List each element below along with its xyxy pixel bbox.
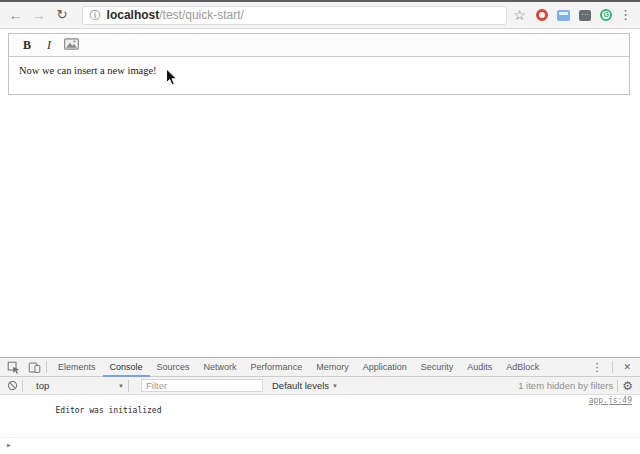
divider: [612, 361, 613, 373]
mouse-cursor: [165, 68, 178, 87]
browser-window: ← → ↻ ⓘ localhost/test/quick-start/ ☆ ··…: [0, 0, 640, 454]
image-icon: [64, 38, 79, 53]
tab-elements[interactable]: Elements: [51, 358, 103, 377]
divider: [22, 380, 23, 392]
divider: [617, 380, 618, 392]
devtools-close-icon[interactable]: ✕: [617, 362, 640, 372]
execution-context-select[interactable]: top ▼: [36, 380, 124, 391]
tab-security[interactable]: Security: [414, 358, 461, 377]
device-toolbar-icon[interactable]: [26, 361, 42, 374]
insert-image-button[interactable]: [60, 35, 82, 55]
bold-button[interactable]: B: [16, 35, 38, 55]
console-output: Editor was initialized app.js:49 ▶ Class…: [0, 395, 640, 454]
devtools-menu-icon[interactable]: ⋮: [585, 361, 608, 374]
inspect-element-icon[interactable]: [5, 361, 21, 374]
italic-button[interactable]: I: [38, 35, 60, 55]
extension-icon-red-ring[interactable]: [536, 9, 548, 21]
tab-application[interactable]: Application: [356, 358, 414, 377]
browser-menu-icon[interactable]: ⋮: [619, 2, 632, 28]
bookmark-star-icon[interactable]: ☆: [512, 7, 527, 23]
address-bar[interactable]: ⓘ localhost/test/quick-start/: [82, 6, 507, 25]
clear-console-icon[interactable]: [7, 380, 18, 391]
console-settings-gear-icon[interactable]: ⚙: [622, 379, 633, 393]
tab-network[interactable]: Network: [197, 358, 244, 377]
log-levels-select[interactable]: Default levels ▼: [272, 380, 338, 391]
hidden-items-status: 1 item hidden by filters: [518, 380, 613, 391]
extension-icon-dark-dots[interactable]: ···: [579, 10, 592, 21]
tab-console[interactable]: Console: [103, 358, 150, 377]
page-content: B I Now we can insert a new image!: [0, 30, 640, 357]
url-path: /test/quick-start/: [159, 8, 244, 22]
tab-adblock[interactable]: AdBlock: [499, 358, 546, 377]
divider: [128, 380, 129, 392]
forward-button[interactable]: →: [27, 2, 50, 28]
devtools-panel: Elements Console Sources Network Perform…: [0, 357, 640, 454]
tab-memory[interactable]: Memory: [309, 358, 356, 377]
page-info-icon[interactable]: ⓘ: [90, 8, 101, 23]
chevron-down-icon: ▼: [118, 383, 124, 389]
devtools-window-controls: ⋮ ✕: [585, 361, 640, 374]
editor-content[interactable]: Now we can insert a new image!: [9, 57, 629, 94]
browser-toolbar: ← → ↻ ⓘ localhost/test/quick-start/ ☆ ··…: [0, 2, 640, 29]
console-message-row: Editor was initialized app.js:49: [0, 395, 640, 438]
extension-icon-green-g[interactable]: G: [600, 9, 612, 21]
context-value: top: [36, 380, 49, 391]
console-toolbar: top ▼ Default levels ▼ 1 item hidden by …: [0, 377, 640, 395]
editor-paragraph: Now we can insert a new image!: [19, 65, 629, 76]
levels-value: Default levels: [272, 380, 329, 391]
rich-text-editor: B I Now we can insert a new image!: [8, 33, 630, 95]
console-filter-input[interactable]: [141, 379, 263, 392]
chevron-down-icon: ▼: [332, 383, 338, 389]
console-message-text: Editor was initialized: [56, 406, 162, 415]
tab-sources[interactable]: Sources: [150, 358, 197, 377]
devtools-tabbar: Elements Console Sources Network Perform…: [0, 358, 640, 377]
url-host: localhost: [107, 8, 160, 22]
reload-button[interactable]: ↻: [50, 2, 73, 28]
extension-icon-blue-window[interactable]: [557, 10, 570, 21]
tab-performance[interactable]: Performance: [244, 358, 310, 377]
back-button[interactable]: ←: [4, 2, 27, 28]
source-location-link[interactable]: app.js:49: [589, 396, 632, 406]
expand-triangle-icon[interactable]: ▶: [7, 440, 11, 450]
editor-toolbar: B I: [9, 34, 629, 57]
tab-audits[interactable]: Audits: [460, 358, 499, 377]
divider: [46, 361, 47, 373]
console-object-row: ▶ ClassicEditor {config: Config, plugins…: [0, 438, 640, 454]
